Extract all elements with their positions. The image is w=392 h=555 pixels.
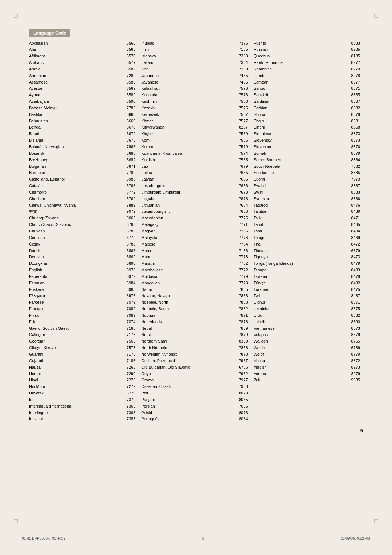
language-name: Volapuk [254,332,347,337]
language-name: Français [29,306,122,312]
language-code: 8371 [347,86,360,91]
language-code: 7578 [235,92,248,98]
table-row: Euskara6985 [29,286,135,293]
table-row: Luxembourgish;7666 [141,208,248,215]
language-code: 6779 [122,390,135,396]
language-name: Lingala [141,196,234,202]
language-name: Kazakh [141,105,234,111]
language-name: Russian [254,47,347,52]
language-name: Maori [141,254,234,260]
language-code: 6569 [122,86,135,91]
language-column-3: Pushto8083Russian8285Quechua8185Raeto-Ro… [251,40,363,422]
language-name: Pali [141,390,234,396]
language-name: Malayalam [141,235,234,240]
language-code: 6785 [235,365,248,370]
table-row: Malayalam7776 [141,234,248,241]
table-row: Interlingua (International)7365 [29,403,135,409]
table-row: Polski8076 [141,409,248,416]
language-code: 7779 [235,274,248,279]
language-code: 8779 [347,352,360,357]
corner-mark-tl [14,14,24,24]
language-code: 6979 [122,274,135,279]
language-name: Javanese [141,80,234,85]
table-row: Sardinian8367 [254,98,360,105]
language-name: Svenska [254,196,347,202]
table-row: Lingala7678 [141,195,248,202]
language-name: Tswana [254,274,347,279]
language-name: Bislama [29,138,122,143]
language-name: Yoruba [254,371,347,377]
language-name: Tajik [254,215,347,221]
language-name: Interlingue [29,410,122,416]
language-code: 7089 [122,313,135,318]
language-code: 7384 [235,60,248,65]
table-row: Bengali6678 [29,124,135,131]
table-row: Herero7290 [29,370,135,377]
language-code: 7882 [347,164,360,169]
language-code: 9065 [122,215,135,221]
table-row: Tswana8478 [254,273,360,280]
language-name: Zulu [254,377,347,383]
table-row: Russian8285 [254,46,360,53]
language-column-1: Abkhazian6566Afar6565Afrikaans6570Amhari… [29,40,138,422]
language-code: 6682 [122,157,135,163]
table-row: Svenska8386 [254,195,360,202]
language-code: 7773 [235,254,248,260]
language-code: 8465 [347,222,360,227]
language-name: North Ndebele [141,345,234,351]
language-code: 7789 [122,170,135,175]
language-name: Old Bulgarian; Old Slavonic [141,365,234,370]
table-row: Gujarati7185 [29,357,135,364]
language-code: 8575 [347,306,360,312]
table-row: Suomi7073 [254,176,360,183]
language-name: Azerbaijani [29,99,122,104]
language-code: 7379 [122,397,135,402]
table-row: Norwegian Nynorsk;7878 [141,351,248,358]
language-code: 8484 [347,228,360,234]
table-row: Chewa; Chichewa; Nyanja7889 [29,202,135,208]
language-name: Navaho; Navajo [141,293,234,299]
table-row: Kazakh7575 [141,105,248,111]
language-name: Urdu [254,313,347,318]
table-row: Inupiaq7375 [141,40,248,46]
language-code: 7684 [235,203,248,208]
language-code: 7666 [235,183,248,189]
table-row: Sanskrit8365 [254,92,360,98]
language-name: Amharic [29,60,122,65]
table-row: Slovensky8373 [254,137,360,144]
language-name: Kurdish [141,157,234,163]
language-code: 6786 [122,228,135,234]
table-row: Frysk7089 [29,312,135,319]
language-name: Slovenian [254,144,347,150]
language-name: Yiddish [254,365,347,370]
language-name: Shona [254,112,347,117]
language-name: Armenian [29,73,122,78]
table-row: Uighur8571 [254,299,360,306]
language-code: 6789 [347,345,360,351]
table-row: Íslenska7383 [141,53,248,60]
table-row: Welsh6789 [254,345,360,351]
language-name: Sardinian [254,99,347,104]
language-name: English [29,267,122,273]
language-name: Chewa; Chichewa; Nyanja [29,203,122,208]
content-area: Language Code Abkhazian6566Afar6565Afrik… [29,29,363,422]
table-row: Kannada7578 [141,92,248,98]
table-title: Language Code [29,29,70,37]
language-name: Ελληνικά [29,293,122,299]
language-code: 9085 [347,377,360,383]
table-row: Ivrit7269 [141,66,248,72]
language-name: Ndonga [141,313,234,318]
language-name: Slovensky [254,138,347,143]
language-name: Hindi [29,377,122,383]
language-code: 7279 [122,384,135,389]
language-code: 6566 [122,41,135,46]
language-name: Maltese [141,242,234,247]
language-name: Latina [141,170,234,175]
table-row: Navaho; Navajo7886 [141,293,248,299]
language-name: Ndebele, North [141,300,234,305]
table-row: Ndebele, North7868 [141,299,248,306]
language-code: 6769 [122,196,135,202]
language-code: 8472 [347,242,360,247]
table-row: Interlingue7365 [29,409,135,416]
language-name: Irish [141,47,234,52]
